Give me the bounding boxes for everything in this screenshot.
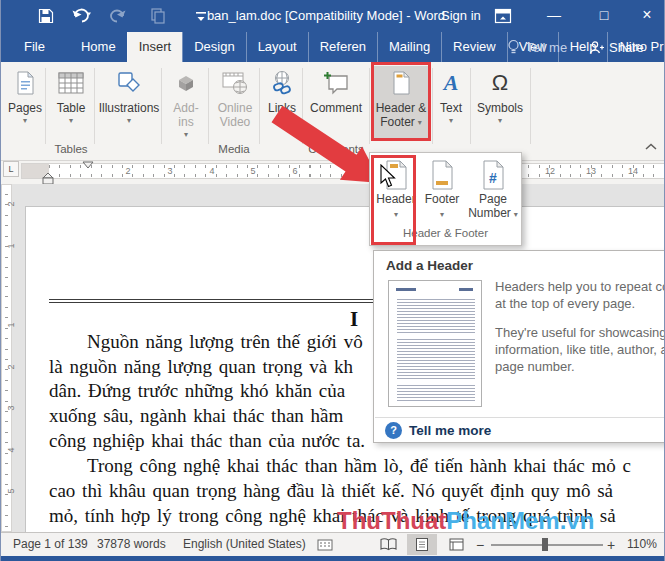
web-layout-button[interactable] <box>441 534 471 555</box>
screentip-description: Headers help you to repeat content at th… <box>495 278 665 375</box>
group-label-media: Media <box>218 143 249 155</box>
watermark: ThuThuatPhanMem.vn <box>337 507 594 535</box>
tab-references[interactable]: Referen <box>308 32 377 62</box>
tab-design[interactable]: Design <box>182 32 245 62</box>
pages-button[interactable]: Pages ▾ <box>5 66 45 140</box>
tab-mailings[interactable]: Mailing <box>377 32 441 62</box>
paragraph-line: Trong công nghệ khai thác than hầm lò, đ… <box>49 455 631 477</box>
ruler-number: 1 <box>6 243 16 248</box>
close-button[interactable]: × <box>628 0 665 32</box>
group-label-tables: Tables <box>54 143 87 155</box>
ruler-number: 5 <box>250 166 255 176</box>
read-mode-button[interactable] <box>373 534 403 555</box>
title-bar: ban_lam.doc [Compatibility Mode] - Word … <box>1 0 665 32</box>
first-line-indent-marker[interactable] <box>82 161 94 169</box>
symbols-button[interactable]: Ω Symbols ▾ <box>472 66 528 140</box>
lightbulb-icon <box>507 39 520 55</box>
symbols-label: Symbols <box>477 101 523 115</box>
illustrations-dropdown-arrow: ▾ <box>127 116 131 125</box>
undo-icon[interactable] <box>71 7 97 25</box>
zoom-out-button[interactable]: − <box>476 537 484 553</box>
sign-in-button[interactable]: Sign in <box>433 0 489 32</box>
page-number-menu-item[interactable]: # Page Number ▾ <box>466 157 520 221</box>
zoom-level[interactable]: 110% <box>627 537 657 551</box>
ribbon-display-options-icon[interactable] <box>493 7 513 25</box>
header-footer-dropdown: Header ▾ Footer ▾ # Page Number ▾ Header… <box>369 152 522 246</box>
header-screentip: Add a Header Headers help you to repeat … <box>373 250 665 443</box>
status-bar: Page 1 of 139 37878 words English (Unite… <box>1 532 665 556</box>
ruler-number: 1 <box>6 322 16 327</box>
online-video-button: Online Video <box>211 66 259 140</box>
keyboard-icon[interactable] <box>317 538 333 552</box>
tell-me-label: Tell me <box>526 40 567 55</box>
footer-item-arrow: ▾ <box>440 208 444 221</box>
help-question-icon: ? <box>385 422 402 439</box>
page-number-item-label-2: Number <box>468 207 511 220</box>
collapse-ribbon-icon[interactable] <box>644 142 658 152</box>
illustrations-button[interactable]: Illustrations ▾ <box>97 66 161 140</box>
language-status[interactable]: English (United States) <box>183 537 306 551</box>
ruler-number: 2 <box>125 166 130 176</box>
share-label: Share <box>609 40 644 55</box>
paragraph-line: dân. Đứng trước những khó khăn của <box>49 380 345 402</box>
tell-me-box[interactable]: Tell me <box>507 32 567 62</box>
ruler-number: 3 <box>167 166 172 176</box>
paragraph-line: là nguồn năng lượng quan trọng và kh <box>49 356 353 378</box>
minimize-button[interactable]: — <box>535 0 573 32</box>
online-video-label-2: Video <box>220 115 250 129</box>
illustrations-label: Illustrations <box>99 101 160 115</box>
pages-dropdown-arrow: ▾ <box>23 116 27 125</box>
text-button[interactable]: A Text ▾ <box>433 66 469 140</box>
page-number-item-arrow: ▾ <box>514 208 518 221</box>
page-count[interactable]: Page 1 of 139 <box>13 537 88 551</box>
share-button[interactable]: Share <box>589 32 644 62</box>
ruler-number: 13 <box>586 166 596 176</box>
copy-icon <box>149 7 169 25</box>
zoom-slider-thumb[interactable] <box>542 538 548 551</box>
word-window: ban_lam.doc [Compatibility Mode] - Word … <box>0 0 665 561</box>
tab-layout[interactable]: Layout <box>246 32 308 62</box>
ruler-number: 2 <box>6 364 16 369</box>
save-icon[interactable] <box>37 7 57 25</box>
ruler-number: 4 <box>209 166 214 176</box>
ruler-number: 3 <box>6 405 16 410</box>
add-ins-icon <box>175 68 197 98</box>
online-video-icon <box>221 68 249 98</box>
mouse-cursor <box>379 164 397 190</box>
tab-insert[interactable]: Insert <box>127 32 183 62</box>
annotation-box-header-footer <box>371 62 431 141</box>
screentip-divider <box>375 417 665 418</box>
screentip-title: Add a Header <box>386 258 473 273</box>
comment-icon <box>322 68 350 98</box>
tab-selector[interactable]: L <box>3 161 19 177</box>
pages-icon <box>14 68 36 98</box>
maximize-button[interactable]: □ <box>585 0 623 32</box>
tell-me-more-link[interactable]: Tell me more <box>409 423 491 438</box>
ruler-number: 5 <box>6 488 16 493</box>
paragraph-line: công nghiệp khai thác than của nước ta. <box>49 430 365 452</box>
tab-home[interactable]: Home <box>70 32 127 62</box>
table-label: Table <box>57 101 86 115</box>
zoom-in-button[interactable]: + <box>607 537 615 553</box>
print-layout-button[interactable] <box>407 534 437 555</box>
text-label: Text <box>440 101 462 115</box>
add-ins-label-1: Add- <box>173 101 198 115</box>
footer-item-icon <box>429 157 455 193</box>
ruler-number: 14 <box>628 166 638 176</box>
paragraph-line: xuống sâu, ngành khai thác than hầm <box>49 405 343 427</box>
pages-label: Pages <box>8 101 42 115</box>
ruler-number: 12 <box>545 166 555 176</box>
window-bottom-border <box>1 556 665 561</box>
text-icon: A <box>444 68 459 98</box>
table-button[interactable]: Table ▾ <box>48 66 94 140</box>
tab-file[interactable]: File <box>13 32 56 62</box>
add-ins-dropdown-arrow: ▾ <box>184 130 188 139</box>
paragraph-line: cao thì khâu quan trọng hàng đầu là thiế… <box>49 480 613 502</box>
symbols-icon: Ω <box>492 68 508 98</box>
footer-menu-item[interactable]: Footer ▾ <box>420 157 464 221</box>
word-count[interactable]: 37878 words <box>97 537 166 551</box>
table-icon <box>58 68 84 98</box>
table-dropdown-arrow: ▾ <box>69 116 73 125</box>
links-icon <box>270 68 294 98</box>
tab-review[interactable]: Review <box>441 32 507 62</box>
